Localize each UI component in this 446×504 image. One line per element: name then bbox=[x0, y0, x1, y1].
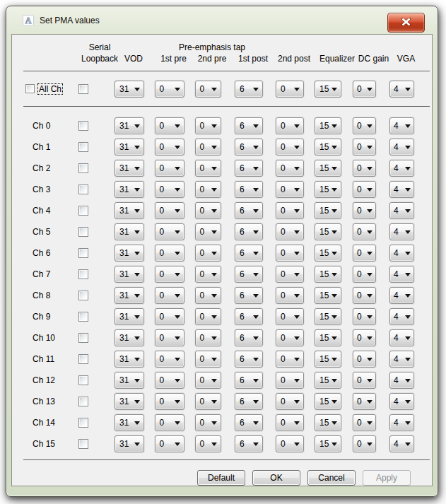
vga-combo[interactable]: 4 bbox=[389, 139, 414, 156]
dc-gain-combo[interactable]: 0 bbox=[353, 393, 376, 410]
1st-pre-combo[interactable]: 0 bbox=[155, 287, 184, 304]
1st-post-combo[interactable]: 6 bbox=[235, 266, 263, 283]
1st-pre-combo[interactable]: 0 bbox=[155, 435, 184, 452]
serial-loopback-checkbox[interactable] bbox=[78, 333, 88, 343]
serial-loopback-checkbox[interactable] bbox=[78, 84, 88, 94]
1st-pre-combo[interactable]: 0 bbox=[155, 223, 184, 240]
1st-pre-combo[interactable]: 0 bbox=[155, 393, 184, 410]
1st-post-combo[interactable]: 6 bbox=[235, 372, 263, 389]
2nd-pre-combo[interactable]: 0 bbox=[195, 372, 221, 389]
dc-gain-combo[interactable]: 0 bbox=[353, 202, 376, 219]
vod-combo[interactable]: 31 bbox=[115, 160, 144, 177]
2nd-post-combo[interactable]: 0 bbox=[276, 329, 304, 346]
vod-combo[interactable]: 31 bbox=[115, 351, 144, 368]
vod-combo[interactable]: 31 bbox=[115, 329, 144, 346]
2nd-pre-combo[interactable]: 0 bbox=[195, 414, 221, 431]
vga-combo[interactable]: 4 bbox=[389, 160, 414, 177]
dc-gain-combo[interactable]: 0 bbox=[353, 414, 376, 431]
2nd-pre-combo[interactable]: 0 bbox=[195, 81, 221, 98]
vod-combo[interactable]: 31 bbox=[115, 393, 144, 410]
2nd-pre-combo[interactable]: 0 bbox=[195, 245, 221, 262]
vga-combo[interactable]: 4 bbox=[389, 351, 414, 368]
vod-combo[interactable]: 31 bbox=[115, 287, 144, 304]
dc-gain-combo[interactable]: 0 bbox=[353, 223, 376, 240]
serial-loopback-checkbox[interactable] bbox=[78, 354, 88, 364]
1st-pre-combo[interactable]: 0 bbox=[155, 81, 184, 98]
equalizer-combo[interactable]: 15 bbox=[315, 435, 341, 452]
1st-pre-combo[interactable]: 0 bbox=[155, 308, 184, 325]
dc-gain-combo[interactable]: 0 bbox=[353, 245, 376, 262]
equalizer-combo[interactable]: 15 bbox=[315, 139, 341, 156]
serial-loopback-checkbox[interactable] bbox=[78, 291, 88, 300]
equalizer-combo[interactable]: 15 bbox=[315, 329, 341, 346]
vod-combo[interactable]: 31 bbox=[115, 372, 144, 389]
dc-gain-combo[interactable]: 0 bbox=[353, 372, 376, 389]
vga-combo[interactable]: 4 bbox=[389, 202, 414, 219]
serial-loopback-checkbox[interactable] bbox=[78, 206, 88, 216]
serial-loopback-checkbox[interactable] bbox=[78, 142, 88, 152]
2nd-pre-combo[interactable]: 0 bbox=[195, 181, 221, 198]
1st-post-combo[interactable]: 6 bbox=[235, 223, 263, 240]
vga-combo[interactable]: 4 bbox=[389, 414, 414, 431]
serial-loopback-checkbox[interactable] bbox=[78, 248, 88, 258]
all-ch-checkbox[interactable] bbox=[25, 84, 35, 93]
1st-pre-combo[interactable]: 0 bbox=[155, 351, 184, 368]
close-button[interactable] bbox=[387, 13, 425, 33]
2nd-post-combo[interactable]: 0 bbox=[276, 181, 304, 198]
2nd-pre-combo[interactable]: 0 bbox=[195, 139, 221, 156]
equalizer-combo[interactable]: 15 bbox=[315, 245, 341, 262]
2nd-post-combo[interactable]: 0 bbox=[276, 139, 304, 156]
equalizer-combo[interactable]: 15 bbox=[315, 181, 341, 198]
vod-combo[interactable]: 31 bbox=[115, 245, 144, 262]
vod-combo[interactable]: 31 bbox=[115, 81, 144, 98]
1st-pre-combo[interactable]: 0 bbox=[155, 160, 184, 177]
1st-pre-combo[interactable]: 0 bbox=[155, 266, 184, 283]
2nd-pre-combo[interactable]: 0 bbox=[195, 287, 221, 304]
1st-pre-combo[interactable]: 0 bbox=[155, 414, 184, 431]
vod-combo[interactable]: 31 bbox=[115, 117, 144, 134]
titlebar[interactable]: A Set PMA values bbox=[6, 6, 438, 34]
equalizer-combo[interactable]: 15 bbox=[315, 81, 341, 98]
vga-combo[interactable]: 4 bbox=[389, 266, 414, 283]
1st-post-combo[interactable]: 6 bbox=[235, 245, 263, 262]
2nd-pre-combo[interactable]: 0 bbox=[195, 351, 221, 368]
vod-combo[interactable]: 31 bbox=[115, 181, 144, 198]
1st-post-combo[interactable]: 6 bbox=[235, 160, 263, 177]
equalizer-combo[interactable]: 15 bbox=[315, 160, 341, 177]
dc-gain-combo[interactable]: 0 bbox=[353, 351, 376, 368]
vga-combo[interactable]: 4 bbox=[389, 372, 414, 389]
dc-gain-combo[interactable]: 0 bbox=[353, 160, 376, 177]
equalizer-combo[interactable]: 15 bbox=[315, 414, 341, 431]
dc-gain-combo[interactable]: 0 bbox=[353, 266, 376, 283]
2nd-pre-combo[interactable]: 0 bbox=[195, 266, 221, 283]
dc-gain-combo[interactable]: 0 bbox=[353, 139, 376, 156]
dc-gain-combo[interactable]: 0 bbox=[353, 329, 376, 346]
2nd-post-combo[interactable]: 0 bbox=[276, 202, 304, 219]
equalizer-combo[interactable]: 15 bbox=[315, 393, 341, 410]
2nd-post-combo[interactable]: 0 bbox=[276, 414, 304, 431]
2nd-pre-combo[interactable]: 0 bbox=[195, 117, 221, 134]
equalizer-combo[interactable]: 15 bbox=[315, 266, 341, 283]
1st-post-combo[interactable]: 6 bbox=[235, 202, 263, 219]
vga-combo[interactable]: 4 bbox=[389, 287, 414, 304]
2nd-post-combo[interactable]: 0 bbox=[276, 435, 304, 452]
2nd-pre-combo[interactable]: 0 bbox=[195, 160, 221, 177]
1st-post-combo[interactable]: 6 bbox=[235, 308, 263, 325]
2nd-post-combo[interactable]: 0 bbox=[276, 117, 304, 134]
vga-combo[interactable]: 4 bbox=[389, 435, 414, 452]
vga-combo[interactable]: 4 bbox=[389, 308, 414, 325]
dc-gain-combo[interactable]: 0 bbox=[353, 81, 376, 98]
2nd-post-combo[interactable]: 0 bbox=[276, 287, 304, 304]
serial-loopback-checkbox[interactable] bbox=[78, 312, 88, 322]
1st-post-combo[interactable]: 6 bbox=[235, 393, 263, 410]
dc-gain-combo[interactable]: 0 bbox=[353, 181, 376, 198]
1st-post-combo[interactable]: 6 bbox=[235, 117, 263, 134]
vga-combo[interactable]: 4 bbox=[389, 181, 414, 198]
1st-pre-combo[interactable]: 0 bbox=[155, 372, 184, 389]
2nd-pre-combo[interactable]: 0 bbox=[195, 202, 221, 219]
equalizer-combo[interactable]: 15 bbox=[315, 202, 341, 219]
serial-loopback-checkbox[interactable] bbox=[78, 269, 88, 279]
vga-combo[interactable]: 4 bbox=[389, 223, 414, 240]
serial-loopback-checkbox[interactable] bbox=[78, 439, 88, 449]
1st-post-combo[interactable]: 6 bbox=[235, 351, 263, 368]
